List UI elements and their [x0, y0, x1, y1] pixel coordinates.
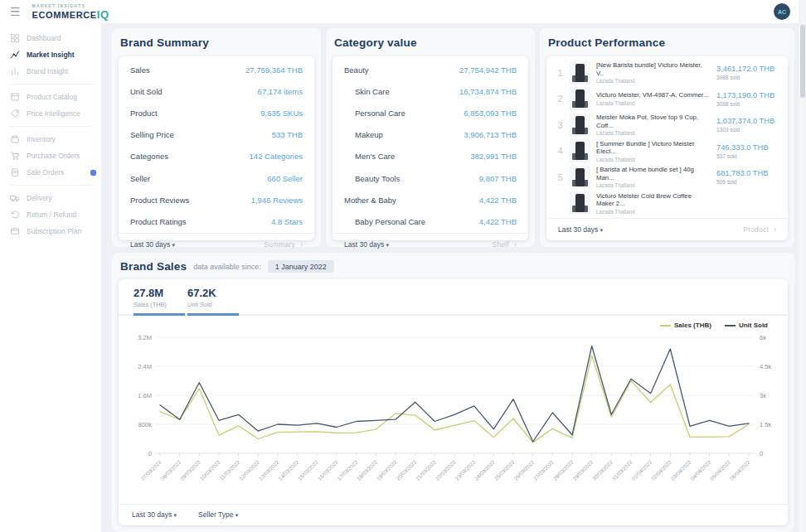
metric-value: 9,807 THB: [479, 174, 517, 183]
product-catalog-icon: [10, 92, 20, 102]
product-name: [ Barista at Home bundle set ] 40g Man..…: [596, 166, 711, 181]
metric-value: 1,946 Reviews: [251, 196, 303, 205]
sidebar-item-label: Brand Insight: [27, 67, 68, 75]
product-performance-card: 1[New Barista bundle] Victuro Meister, V…: [546, 56, 788, 240]
chart-area: 00800k1.5k1.6M3k2.4M4.5k3.2M6k07/03/2022…: [119, 329, 788, 504]
main-content: Brand Summary Sales27,759,364 THBUnit So…: [102, 23, 799, 532]
metric-tab-label: Unit Sold: [187, 301, 239, 308]
metric-value: 27,754,942 THB: [459, 65, 517, 75]
svg-text:10/03/2022: 10/03/2022: [198, 458, 221, 481]
sidebar-item-purchase-orders[interactable]: Purchase Orders: [0, 148, 101, 164]
product-sold-count: 1303 sold: [716, 127, 778, 133]
sidebar-item-subscription-plan[interactable]: Subscription Plan: [0, 223, 101, 239]
product-row[interactable]: 4[ Summer Bundle ] Victuro Meister Elect…: [556, 138, 778, 165]
product-rank: 5: [556, 172, 564, 182]
product-performance-range-filter[interactable]: Last 30 days ▾: [558, 225, 603, 234]
product-sold-count: 537 sold: [716, 153, 778, 159]
sidebar-item-price-intelligence[interactable]: Price Intelligence: [0, 105, 101, 122]
product-performance-link[interactable]: Product›: [743, 225, 776, 234]
brand-summary-card: Sales27,759,364 THBUnit Sold67,174 items…: [119, 56, 314, 240]
brand-sales-header: Brand Sales data available since: 1 Janu…: [119, 256, 788, 279]
product-seller: Lazada Thailand: [596, 100, 711, 106]
metric-tab-label: Sales (THB): [134, 301, 185, 308]
metric-label: Mother & Baby: [344, 196, 396, 205]
sidebar-item-market-insight[interactable]: Market Insight: [0, 46, 101, 63]
brand-insight-icon: [10, 66, 20, 76]
sidebar-item-product-catalog[interactable]: Product Catalog: [0, 89, 101, 105]
product-sales: 1,037,374.0 THB1303 sold: [716, 117, 778, 133]
chart-filter-seller-type[interactable]: Seller Type ▾: [198, 510, 238, 519]
metric-value: 4,422 THB: [479, 196, 517, 205]
metric-row: Categories142 Categories: [130, 146, 303, 167]
brand-summary-section: Brand Summary Sales27,759,364 THBUnit So…: [112, 28, 321, 247]
product-row[interactable]: 1[New Barista bundle] Victuro Meister, V…: [556, 60, 778, 86]
product-sales: 3,461,172.0 THB3988 sold: [716, 65, 778, 80]
svg-text:2.4M: 2.4M: [138, 363, 152, 370]
legend-line-swatch: [660, 325, 671, 326]
sidebar-item-return-refund[interactable]: Return / Refund: [0, 206, 101, 223]
metric-row: Unit Sold67,174 items: [130, 80, 303, 102]
legend-item[interactable]: Sales (THB): [660, 322, 711, 329]
legend-line-swatch: [725, 325, 736, 326]
category-value-section: Category value Beauty27,754,942 THBSkin …: [326, 28, 535, 247]
metric-label: Beauty: [344, 65, 369, 75]
chevron-right-icon: ›: [514, 240, 517, 249]
market-insight-dashboard: ☰ Market Insights ECOMMERCEIQ AC Dashboa…: [0, 0, 806, 532]
product-thumbnail: [570, 87, 590, 110]
metric-label: Categories: [130, 152, 168, 161]
avatar[interactable]: AC: [774, 3, 790, 20]
vertical-scrollbar[interactable]: [799, 0, 806, 532]
legend-item[interactable]: Unit Sold: [725, 322, 768, 329]
metric-value: 9,635 SKUs: [260, 109, 303, 118]
brand-summary-title: Brand Summary: [119, 31, 314, 56]
metric-tabs: 27.8MSales (THB)67.2KUnit Sold: [119, 287, 788, 316]
metric-row: Personal Care6,853,093 THB: [344, 102, 517, 123]
product-row[interactable]: Victuro Meister Cold Brew Coffee Maker 2…: [556, 191, 778, 217]
brand-summary-range-filter[interactable]: Last 30 days ▾: [130, 240, 175, 249]
chevron-right-icon: ›: [774, 225, 776, 234]
product-seller: Lazada Thailand: [596, 182, 711, 188]
product-sales: [716, 203, 778, 204]
scrollbar-thumb[interactable]: [800, 25, 805, 98]
brand-summary-footer: Last 30 days ▾ Summary›: [119, 233, 314, 255]
sidebar-item-dashboard[interactable]: Dashboard: [0, 30, 101, 46]
product-info: [New Barista bundle] Victuro Meister, V.…: [596, 61, 711, 84]
product-row[interactable]: 2Victuro Meister, VM-4987-A, Commer...La…: [556, 86, 778, 113]
metric-value: 16,734,874 THB: [459, 87, 517, 96]
sidebar-divider: [8, 84, 93, 85]
metric-value: 660 Seller: [267, 174, 303, 183]
ecommerceiq-logo[interactable]: Market Insights ECOMMERCEIQ: [32, 4, 109, 20]
product-name: Meister Moka Pot, Stove top 9 Cup, Coff.…: [596, 114, 711, 129]
delivery-icon: [10, 193, 20, 203]
return-refund-icon: [10, 210, 20, 220]
product-sold-count: 3988 sold: [716, 75, 778, 80]
product-info: Meister Moka Pot, Stove top 9 Cup, Coff.…: [596, 114, 711, 136]
category-value-link[interactable]: Shelf›: [493, 240, 517, 249]
product-row[interactable]: 5[ Barista at Home bundle set ] 40g Man.…: [556, 164, 778, 191]
sidebar-item-inventory[interactable]: Inventory: [0, 131, 101, 148]
category-value-range-filter[interactable]: Last 30 days ▾: [344, 240, 389, 249]
metric-tab-sales-thb[interactable]: 27.8MSales (THB): [134, 287, 185, 314]
product-thumbnail: [570, 191, 590, 215]
brand-sales-section: Brand Sales data available since: 1 Janu…: [112, 253, 794, 532]
metric-tab-value: 67.2K: [187, 287, 239, 299]
product-row[interactable]: 3Meister Moka Pot, Stove top 9 Cup, Coff…: [556, 112, 778, 138]
metric-value: 142 Categories: [250, 152, 303, 161]
data-available-since-label: data available since:: [193, 263, 261, 271]
metric-label: Baby Personal Care: [344, 217, 425, 226]
brand-sales-card: 27.8MSales (THB)67.2KUnit Sold Sales (TH…: [119, 279, 788, 525]
summary-cards-row: Brand Summary Sales27,759,364 THBUnit So…: [112, 28, 794, 247]
metric-row: Beauty Tools9,807 THB: [344, 167, 517, 189]
product-info: Victuro Meister, VM-4987-A, Commer...Laz…: [596, 91, 711, 106]
sidebar-item-delivery[interactable]: Delivery: [0, 190, 101, 206]
product-rank: 2: [556, 94, 564, 104]
metric-tab-unit-sold[interactable]: 67.2KUnit Sold: [187, 287, 239, 314]
sidebar-item-label: Purchase Orders: [27, 152, 80, 160]
metric-value: 27,759,364 THB: [245, 65, 303, 75]
hamburger-menu-icon[interactable]: ☰: [10, 6, 21, 17]
brand-summary-link[interactable]: Summary›: [264, 240, 303, 249]
brand-summary-rows: Sales27,759,364 THBUnit Sold67,174 items…: [119, 56, 314, 233]
sidebar-item-sale-orders[interactable]: Sale Orders: [0, 164, 101, 181]
sidebar-item-brand-insight[interactable]: Brand Insight: [0, 63, 101, 80]
chart-filter-last-30-days[interactable]: Last 30 days ▾: [132, 510, 177, 519]
